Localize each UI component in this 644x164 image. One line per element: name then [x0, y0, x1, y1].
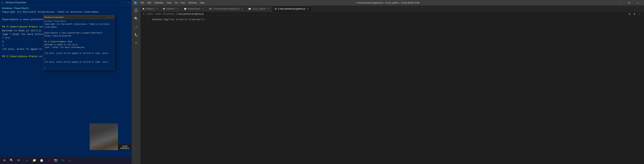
activity-extensions[interactable]: ⊞	[132, 39, 140, 46]
code-dot: .	[162, 18, 164, 21]
overlay-blank4	[44, 55, 113, 58]
ps-overlay-restore[interactable]: □	[108, 16, 110, 18]
extensions-icon: ⊞	[135, 41, 137, 45]
vscode-window: ≋ File Edit Selection View Go Run Termin…	[132, 0, 644, 164]
tab-untitled1[interactable]: Untitled-1 ✕	[140, 6, 161, 12]
app6-button[interactable]: VS	[60, 157, 66, 164]
overlay-line-2: Copyright (C) Microsoft Corporation. Tod…	[44, 23, 113, 29]
menu-edit[interactable]: Edit	[146, 1, 152, 4]
activity-explorer[interactable]	[132, 7, 140, 14]
activity-debug[interactable]: 🐛	[132, 31, 140, 38]
task-view-button[interactable]: ⧉	[15, 157, 22, 164]
breadcrumb-sep2: ›	[154, 13, 154, 15]
vscode-body: 🔍 ⎇ 🐛 ⊞ Untitled-1 ✕	[132, 6, 644, 164]
clock-overlay: 14:58 24/09/2021	[118, 144, 131, 150]
ps-overlay-close[interactable]: ✕	[111, 16, 113, 18]
vscode-logo-text: ≋	[135, 2, 136, 4]
tab-fundamentos-label: fundamentos	[188, 8, 200, 10]
breadcrumb-documents[interactable]: Documents	[163, 13, 174, 15]
tab-untitled1-close[interactable]: ✕	[156, 7, 158, 10]
overlay-line-9: (To exit, press Ctrl+C again or Ctrl+D o…	[44, 61, 113, 64]
tab-active-close[interactable]: ✕	[306, 7, 309, 10]
tab-curso-python-label: Curso_python	[252, 8, 266, 10]
overlay-line-7: (To exit, press Ctrl+C again or Ctrl+D o…	[44, 52, 113, 55]
start-button[interactable]: ⊞	[1, 157, 8, 164]
activity-git[interactable]: ⎇	[132, 23, 140, 30]
webcam-inner	[90, 124, 118, 150]
git-icon: ⎇	[134, 25, 138, 29]
ps-overlay-content: Windows PowerShell Copyright (C) Microso…	[43, 19, 114, 70]
app4-button[interactable]: ♪	[45, 157, 52, 164]
menu-view[interactable]: View	[165, 1, 173, 4]
overlay-line-8: >	[44, 58, 113, 61]
ps-close-btn[interactable]: ✕	[128, 1, 130, 4]
code-console: console	[152, 18, 162, 21]
overlay-line-10: >	[44, 66, 113, 70]
task-view-icon: ⧉	[18, 159, 20, 162]
explorer-button[interactable]: 📁	[31, 157, 38, 164]
menu-run[interactable]: Run	[180, 1, 186, 4]
code-paren-close: )	[202, 18, 204, 21]
vscode-menu: File Edit Selection View Go Run Terminal…	[139, 1, 206, 4]
app5-button[interactable]: 📷	[52, 157, 59, 164]
ps-overlay-title: Windows PowerShell	[44, 16, 63, 18]
search-icon: 🔍	[10, 158, 13, 162]
ps-minimize-btn[interactable]: ─	[121, 1, 124, 4]
clock-time: 14:58	[122, 145, 127, 147]
vscode-tabbar: Untitled-1 ✕ Untitled-2 ✕ 📁 fundamentos …	[140, 6, 644, 12]
tab-untitled2-label: Untitled-2	[166, 8, 175, 10]
edge-icon: e	[26, 159, 28, 162]
menu-file[interactable]: File	[139, 1, 146, 4]
overlay-line-11: (To exit, press Ctrl+C again or Ctrl+D o…	[44, 70, 113, 70]
code-string: "meu primeiro programa"	[169, 18, 202, 21]
windows-taskbar: ⊞ 🔍 ⧉ e 📁 ⬤ ♪ 📷 VS ◈	[0, 157, 132, 164]
breadcrumb: C: › Users › nodes › Documents › 1-meu-p…	[140, 12, 644, 16]
vscode-close-btn[interactable]: ✕	[634, 0, 642, 6]
breadcrumb-users[interactable]: Users	[147, 13, 153, 15]
editor-code-area[interactable]: console.log("meu primeiro programa");	[150, 16, 644, 164]
ps-overlay-minimize[interactable]: ─	[106, 16, 108, 18]
breadcrumb-sep1: ›	[146, 13, 146, 15]
tab-curso-python[interactable]: 📁 Curso_python ✕	[246, 6, 272, 12]
tab-primeiro-programa-close[interactable]: ✕	[241, 7, 244, 10]
breadcrumb-sep4: ›	[175, 13, 176, 15]
search-button[interactable]: 🔍	[8, 157, 15, 164]
tab-fundamentos-close[interactable]: ✕	[202, 7, 204, 10]
app4-icon: ♪	[48, 159, 50, 162]
breadcrumb-sep3: ›	[162, 13, 162, 15]
menu-help[interactable]: Help	[198, 1, 206, 4]
vscode-minimize-btn[interactable]: ─	[616, 0, 625, 6]
folder-icon: 📁	[184, 8, 186, 10]
tab-untitled2-close[interactable]: ✕	[176, 7, 179, 10]
overlay-blank1	[44, 29, 113, 32]
breadcrumb-nodes[interactable]: nodes	[155, 13, 161, 15]
tab-fundamentos[interactable]: 📁 fundamentos ✕	[182, 6, 207, 12]
chrome-button[interactable]: ⬤	[38, 157, 45, 164]
vscode-window-controls: ─ ⧉ ✕	[616, 0, 642, 6]
activity-search[interactable]: 🔍	[132, 15, 140, 22]
tab-untitled2[interactable]: Untitled-2 ✕	[161, 6, 182, 12]
menu-terminal[interactable]: Terminal	[187, 1, 198, 4]
ps-maximize-btn[interactable]: □	[124, 1, 127, 4]
overlay-line-4: PS C:\Users\nodes> node	[44, 40, 113, 44]
app6-icon: VS	[62, 159, 64, 162]
ps-overlay-window: Windows PowerShell ─ □ ✕ Windows PowerSh…	[43, 15, 114, 70]
ps-line-2: Copyright (C) Microsoft Corporation. Tod…	[2, 10, 130, 14]
tab-curso-python-close[interactable]: ✕	[267, 7, 270, 10]
menu-go[interactable]: Go	[173, 1, 179, 4]
vscode-editor-area: Untitled-1 ✕ Untitled-2 ✕ 📁 fundamentos …	[140, 6, 644, 164]
edge-button[interactable]: e	[24, 157, 30, 164]
menu-selection[interactable]: Selection	[153, 1, 165, 4]
app7-button[interactable]: ◈	[67, 157, 73, 164]
app7-icon: ◈	[69, 159, 71, 162]
vscode-restore-btn[interactable]: ⧉	[625, 0, 634, 6]
vscode-window-title: 1-meu-primeiro-programa.js - Curso_pytho…	[356, 2, 420, 4]
clock-date: 24/09/2021	[120, 147, 129, 149]
breadcrumb-c[interactable]: C:	[143, 13, 145, 15]
overlay-line-3: Experimente a nova plataforma cruzada Po…	[44, 32, 113, 38]
tab-primeiro-programa[interactable]: JS 1-meu-primeiro-programa.js ✕	[207, 6, 246, 12]
tab-active-primeiro-programa[interactable]: JS 1-meu-primeiro-programa.js ✕	[272, 6, 312, 12]
breadcrumb-file[interactable]: 1-meu-primeiro-programa.js	[176, 13, 204, 15]
taskbar-sep1	[23, 158, 23, 162]
vscode-logo: ≋	[134, 1, 137, 4]
